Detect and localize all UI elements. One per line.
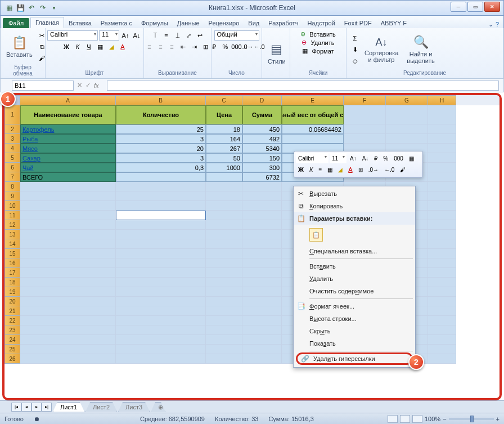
border-icon[interactable]: ▦ xyxy=(95,42,105,52)
row-header-11[interactable]: 11 xyxy=(4,211,20,220)
cell[interactable] xyxy=(116,220,206,230)
table-header[interactable]: Удельный вес от общей суммы xyxy=(282,105,344,124)
cell[interactable] xyxy=(344,134,386,144)
row-header-15[interactable]: 15 xyxy=(4,249,20,258)
cell[interactable] xyxy=(20,287,116,297)
maximize-button[interactable]: ▭ xyxy=(467,2,483,12)
table-qty-cell[interactable]: 25 xyxy=(116,124,206,134)
row-header-20[interactable]: 20 xyxy=(4,297,20,306)
cell[interactable] xyxy=(242,268,282,278)
mini-incdec-icon[interactable]: .0→ xyxy=(366,164,381,175)
cell[interactable] xyxy=(242,239,282,249)
cell[interactable] xyxy=(116,268,206,278)
cell[interactable] xyxy=(20,258,116,268)
row-header-21[interactable]: 21 xyxy=(4,306,20,316)
name-box[interactable]: B11 xyxy=(12,81,74,91)
ctx-copy[interactable]: ⧉Копировать xyxy=(294,200,415,212)
cell[interactable] xyxy=(116,211,206,220)
cell[interactable] xyxy=(20,297,116,306)
cell[interactable] xyxy=(386,105,428,124)
cell[interactable] xyxy=(116,258,206,268)
row-header-4[interactable]: 4 xyxy=(4,144,20,153)
cell[interactable] xyxy=(428,354,456,364)
cell[interactable] xyxy=(20,306,116,316)
cell[interactable] xyxy=(242,287,282,297)
cell[interactable] xyxy=(428,325,456,335)
sheet-nav-next[interactable]: ▸ xyxy=(32,403,42,412)
sheet-nav-first[interactable]: |◂ xyxy=(11,403,21,412)
table-sum-cell[interactable]: 5340 xyxy=(242,144,282,153)
col-header-G[interactable]: G xyxy=(386,95,428,105)
tab-layout[interactable]: Разметка с xyxy=(96,18,137,28)
mini-bold-icon[interactable]: Ж xyxy=(296,164,306,175)
sheet-nav-prev[interactable]: ◂ xyxy=(21,403,32,412)
cell[interactable] xyxy=(242,249,282,258)
cell[interactable] xyxy=(428,163,456,172)
cell[interactable] xyxy=(20,335,116,345)
indent-inc-icon[interactable]: ⇥ xyxy=(190,42,200,52)
row-header-26[interactable]: 26 xyxy=(4,354,20,364)
cell[interactable] xyxy=(206,230,242,239)
table-price-cell[interactable]: 50 xyxy=(206,153,242,163)
mini-percent-icon[interactable]: % xyxy=(381,153,390,163)
cell[interactable] xyxy=(20,278,116,287)
table-header[interactable]: Сумма xyxy=(242,105,282,124)
cell[interactable] xyxy=(242,191,282,201)
table-qty-cell[interactable] xyxy=(116,172,206,182)
cell[interactable] xyxy=(116,230,206,239)
mini-shrink-font-icon[interactable]: A↓ xyxy=(360,153,371,163)
table-price-cell[interactable]: 1000 xyxy=(206,163,242,172)
ctx-hide[interactable]: Скрыть xyxy=(294,325,415,337)
view-layout-icon[interactable] xyxy=(400,415,410,423)
clear-icon[interactable]: ◇ xyxy=(350,56,360,66)
cell[interactable] xyxy=(428,105,456,124)
cell[interactable] xyxy=(116,297,206,306)
mini-italic-icon[interactable]: К xyxy=(307,164,315,175)
cell[interactable] xyxy=(206,191,242,201)
cancel-formula-icon[interactable]: ✕ xyxy=(74,82,86,89)
paste-option-icon[interactable]: 📋 xyxy=(309,228,323,242)
tab-insert[interactable]: Вставка xyxy=(64,18,96,28)
cell[interactable] xyxy=(20,220,116,230)
macro-rec-icon[interactable]: ⏺ xyxy=(34,416,40,422)
row-header-3[interactable]: 3 xyxy=(4,134,20,144)
cell[interactable] xyxy=(206,316,242,325)
cell[interactable] xyxy=(242,325,282,335)
zoom-slider[interactable] xyxy=(449,418,494,420)
col-header-F[interactable]: F xyxy=(344,95,386,105)
row-header-18[interactable]: 18 xyxy=(4,278,20,287)
col-header-C[interactable]: C xyxy=(206,95,242,105)
cell[interactable] xyxy=(206,325,242,335)
table-qty-cell[interactable]: 20 xyxy=(116,144,206,153)
comma-icon[interactable]: 000 xyxy=(232,42,242,52)
redo-icon[interactable]: ↷ xyxy=(38,3,48,13)
cell[interactable] xyxy=(116,325,206,335)
align-top-icon[interactable]: ⟙ xyxy=(150,30,160,41)
cell[interactable] xyxy=(428,124,456,134)
cell[interactable] xyxy=(428,211,456,220)
view-break-icon[interactable] xyxy=(412,415,422,423)
row-header-13[interactable]: 13 xyxy=(4,230,20,239)
tab-formulas[interactable]: Формулы xyxy=(137,18,173,28)
sort-filter-button[interactable]: A↓ Сортировка и фильтр xyxy=(362,35,400,64)
mini-fill-icon[interactable]: ◢ xyxy=(336,164,345,175)
cell[interactable] xyxy=(116,345,206,354)
styles-button[interactable]: ▤ Стили xyxy=(266,41,288,66)
cell[interactable] xyxy=(116,239,206,249)
cell[interactable] xyxy=(20,201,116,211)
cell[interactable] xyxy=(428,249,456,258)
cell[interactable] xyxy=(428,201,456,211)
cell[interactable] xyxy=(20,211,116,220)
cell[interactable] xyxy=(428,297,456,306)
cell[interactable] xyxy=(428,134,456,144)
ctx-remove-hyperlinks[interactable]: 🔗Удалить гиперссылки xyxy=(296,352,413,365)
font-name-combo[interactable]: Calibri xyxy=(47,30,98,41)
shrink-font-icon[interactable]: A↓ xyxy=(132,30,142,41)
cell[interactable] xyxy=(116,354,206,364)
cell[interactable] xyxy=(428,230,456,239)
table-qty-cell[interactable]: 0,3 xyxy=(116,163,206,172)
cell[interactable] xyxy=(116,316,206,325)
help-icon[interactable]: ? xyxy=(496,21,499,28)
table-header[interactable]: Количество xyxy=(116,105,206,124)
row-header-6[interactable]: 6 xyxy=(4,163,20,172)
